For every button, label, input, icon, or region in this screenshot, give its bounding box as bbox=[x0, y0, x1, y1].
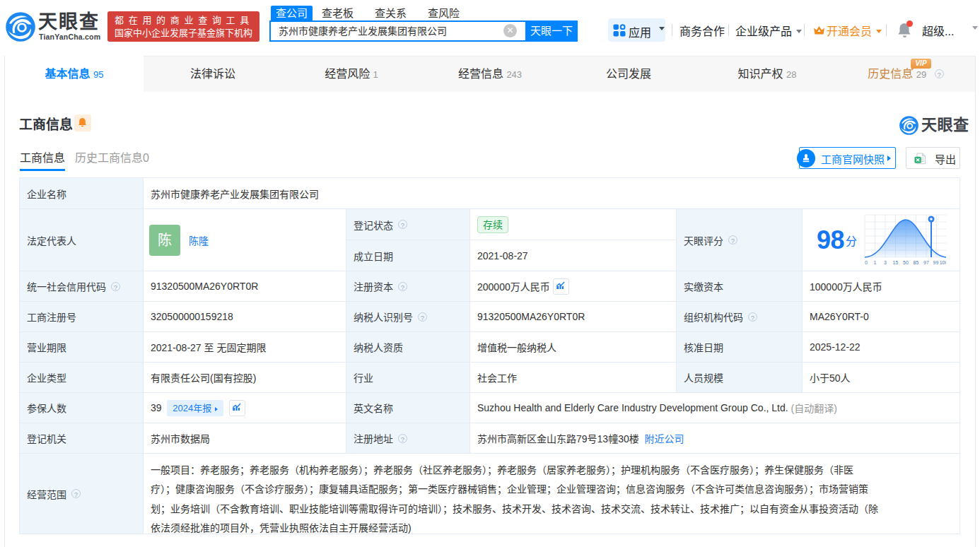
svg-text:100: 100 bbox=[940, 260, 946, 265]
svg-text:97: 97 bbox=[923, 260, 929, 265]
svg-text:0: 0 bbox=[865, 260, 868, 265]
svg-text:3: 3 bbox=[884, 260, 887, 265]
svg-text:99: 99 bbox=[933, 260, 939, 265]
svg-text:15: 15 bbox=[893, 260, 899, 265]
svg-text:85: 85 bbox=[914, 260, 919, 265]
svg-text:1: 1 bbox=[874, 260, 877, 265]
svg-text:50: 50 bbox=[903, 260, 909, 265]
